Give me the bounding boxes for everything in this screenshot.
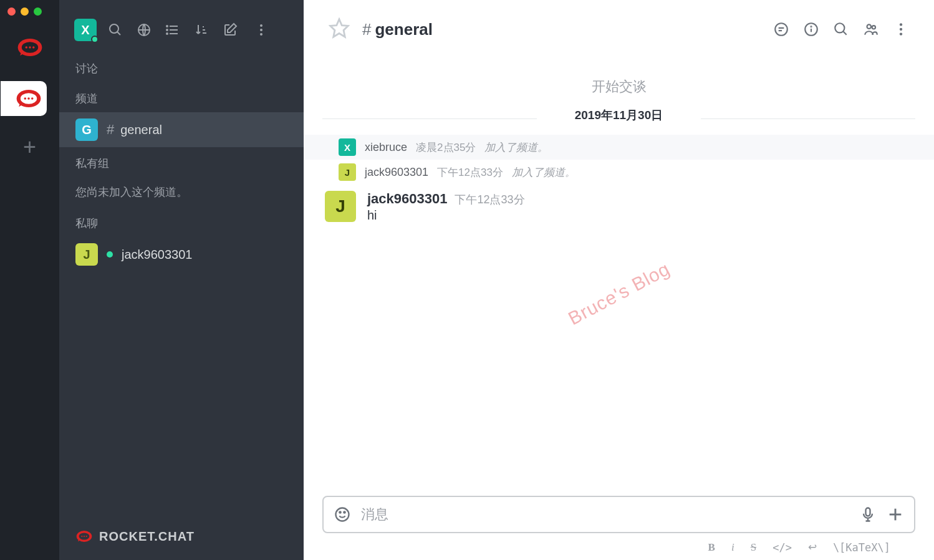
format-code-button[interactable]: </> — [773, 541, 792, 554]
search-icon — [108, 22, 123, 37]
hash-icon: # — [107, 122, 114, 138]
sidebar-footer: ROCKET.CHAT — [75, 528, 195, 545]
svg-point-21 — [260, 33, 262, 36]
avatar-letter: X — [81, 23, 89, 37]
footer-brand-text: ROCKET.CHAT — [99, 529, 195, 544]
sort-button[interactable] — [191, 20, 211, 40]
composer-section: B i S </> ↩ \[KaTeX\] — [304, 496, 934, 560]
svg-point-24 — [81, 536, 82, 537]
compose-icon — [223, 22, 238, 37]
format-strike-button[interactable]: S — [751, 541, 756, 554]
svg-point-25 — [84, 536, 85, 537]
channel-title[interactable]: # general — [362, 20, 433, 39]
attach-button[interactable] — [887, 506, 904, 523]
system-avatar: J — [339, 163, 356, 181]
members-button[interactable] — [863, 21, 879, 37]
section-direct: 私聊 — [59, 207, 304, 237]
main-area: # general 开始交谈 2019年11月30日 X xi — [304, 0, 934, 560]
window-maximize-button[interactable] — [34, 7, 42, 16]
svg-point-9 — [31, 97, 33, 100]
svg-point-28 — [775, 23, 787, 36]
svg-point-2 — [25, 46, 27, 49]
system-message-row[interactable]: X xiebruce 凌晨2点35分 加入了频道。 — [304, 135, 934, 160]
info-icon — [803, 21, 819, 37]
svg-point-16 — [166, 26, 168, 27]
dm-username: jack9603301 — [122, 248, 192, 262]
search-messages-button[interactable] — [833, 21, 849, 37]
message-row[interactable]: J jack9603301 下午12点33分 hi — [304, 185, 934, 228]
format-italic-button[interactable]: i — [731, 541, 734, 554]
message-composer[interactable] — [322, 496, 915, 533]
channel-more-button[interactable] — [893, 21, 909, 37]
server-item-1[interactable] — [12, 30, 47, 65]
channel-name: general — [120, 123, 162, 137]
svg-point-31 — [811, 26, 811, 27]
server-item-2-active[interactable] — [1, 81, 47, 116]
svg-point-36 — [900, 23, 902, 26]
server-bar: + — [0, 0, 59, 560]
emoji-button[interactable] — [334, 506, 351, 523]
rocketchat-icon — [16, 34, 44, 61]
sidebar-more-button[interactable] — [251, 20, 271, 40]
status-online-dot — [91, 36, 99, 43]
audio-button[interactable] — [859, 506, 877, 523]
start-conversation-text: 开始交谈 — [304, 62, 934, 102]
svg-point-38 — [900, 32, 902, 35]
threads-icon — [773, 21, 789, 37]
system-time: 下午12点33分 — [437, 165, 503, 180]
create-new-button[interactable] — [220, 20, 240, 40]
svg-point-35 — [872, 26, 875, 29]
svg-point-32 — [835, 23, 844, 32]
presence-online-icon — [107, 251, 113, 258]
dm-item-jack[interactable]: J jack9603301 — [59, 237, 304, 272]
window-close-button[interactable] — [7, 7, 16, 16]
section-channels: 频道 — [59, 82, 304, 112]
format-bar: B i S </> ↩ \[KaTeX\] — [322, 533, 915, 556]
globe-icon — [137, 22, 152, 37]
view-mode-button[interactable] — [163, 20, 183, 40]
svg-point-41 — [344, 511, 345, 513]
rocketchat-icon — [15, 85, 42, 112]
window-minimize-button[interactable] — [21, 7, 29, 16]
dm-avatar: J — [75, 243, 98, 266]
system-message-row[interactable]: J jack9603301 下午12点33分 加入了频道。 — [304, 160, 934, 185]
private-empty-text: 您尚未加入这个频道。 — [59, 177, 304, 207]
sidebar: X 讨论 频道 G # general 私有组 您尚未加入这个频道。 — [59, 0, 304, 560]
svg-rect-42 — [866, 508, 870, 516]
format-katex-button[interactable]: \[KaTeX\] — [833, 541, 890, 554]
svg-line-33 — [843, 31, 846, 34]
window-controls — [7, 7, 42, 16]
section-discussions: 讨论 — [59, 52, 304, 82]
system-action: 加入了频道。 — [484, 140, 548, 155]
hash-icon: # — [362, 20, 371, 39]
star-icon — [329, 17, 350, 39]
watermark: Bruce's Blog — [564, 258, 673, 329]
svg-point-8 — [27, 97, 30, 100]
add-server-button[interactable]: + — [15, 132, 45, 162]
format-bold-button[interactable]: B — [708, 541, 715, 554]
svg-point-19 — [260, 24, 262, 27]
svg-point-40 — [339, 511, 340, 513]
directory-button[interactable] — [134, 20, 154, 40]
info-button[interactable] — [803, 21, 819, 37]
format-newline-button[interactable]: ↩ — [808, 541, 817, 554]
message-user: jack9603301 — [367, 191, 447, 207]
search-button[interactable] — [105, 20, 125, 40]
channel-item-general[interactable]: G # general — [59, 112, 304, 147]
svg-point-20 — [260, 29, 262, 31]
threads-button[interactable] — [773, 21, 789, 37]
svg-line-11 — [117, 32, 120, 35]
system-action: 加入了频道。 — [512, 165, 575, 180]
favorite-button[interactable] — [329, 17, 350, 41]
svg-marker-27 — [330, 19, 348, 37]
self-avatar[interactable]: X — [74, 19, 97, 41]
message-avatar: J — [325, 191, 356, 222]
rocketchat-logo-icon — [75, 528, 93, 545]
kebab-icon — [893, 21, 909, 37]
sort-icon — [194, 22, 209, 37]
messages-area[interactable]: 开始交谈 2019年11月30日 X xiebruce 凌晨2点35分 加入了频… — [304, 56, 934, 496]
message-time: 下午12点33分 — [455, 192, 524, 207]
message-input[interactable] — [361, 506, 849, 523]
channel-header: # general — [304, 0, 934, 56]
system-user: jack9603301 — [365, 166, 428, 179]
